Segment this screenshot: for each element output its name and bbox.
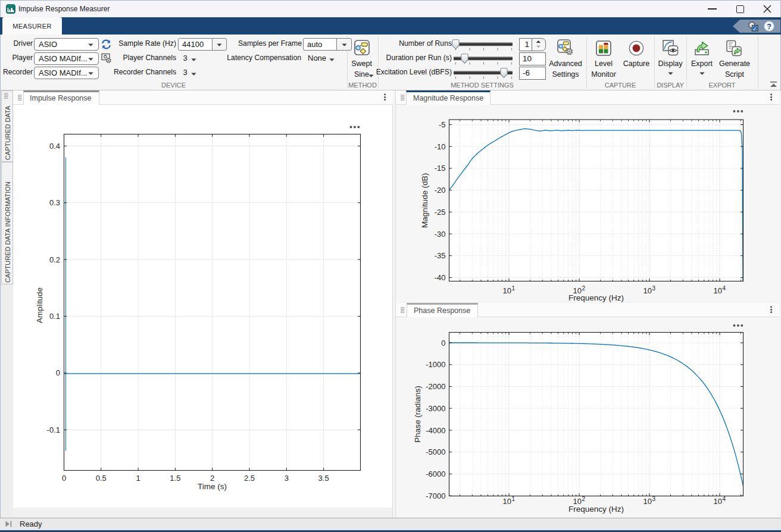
svg-text:1.5: 1.5 [170,474,180,483]
svg-text:10: 10 [643,497,652,506]
svg-text:Frequency (Hz): Frequency (Hz) [568,293,624,302]
svg-text:-10: -10 [435,142,446,151]
svg-text:3: 3 [652,285,656,292]
svg-text:-25: -25 [435,208,446,217]
svg-text:-0.1: -0.1 [47,425,60,434]
svg-text:-35: -35 [435,251,446,260]
svg-text:-5000: -5000 [426,447,445,456]
svg-text:-5: -5 [439,120,446,129]
svg-text:-3000: -3000 [426,404,445,413]
svg-text:1: 1 [512,496,516,502]
svg-text:Magnitude (dB): Magnitude (dB) [420,173,429,228]
svg-text:3: 3 [285,474,289,483]
svg-text:Amplitude: Amplitude [35,287,44,323]
svg-text:3.5: 3.5 [318,474,329,483]
svg-text:10: 10 [503,497,511,506]
svg-text:Time (s): Time (s) [198,482,227,491]
svg-text:0.2: 0.2 [49,255,60,264]
svg-text:-15: -15 [435,164,446,173]
svg-text:2: 2 [582,285,586,292]
svg-text:-4000: -4000 [426,426,445,435]
svg-text:0.3: 0.3 [49,198,60,207]
svg-text:Frequency (Hz): Frequency (Hz) [568,505,624,514]
svg-text:10: 10 [714,497,722,506]
svg-text:0.4: 0.4 [49,142,60,151]
svg-text:-20: -20 [435,186,446,195]
svg-text:?: ? [767,23,771,31]
svg-text:4: 4 [723,496,726,502]
svg-text:-6000: -6000 [426,470,445,478]
svg-text:10: 10 [643,286,652,295]
svg-text:1: 1 [512,285,516,292]
svg-text:-30: -30 [435,230,446,239]
svg-text:4: 4 [723,285,726,292]
svg-text:-40: -40 [435,273,446,282]
svg-text:0: 0 [62,474,66,483]
svg-text:-1000: -1000 [426,360,445,369]
svg-text:10: 10 [503,286,511,295]
svg-text:3: 3 [652,496,656,502]
svg-text:0.5: 0.5 [96,474,107,483]
svg-text:0: 0 [56,368,60,377]
svg-text:2: 2 [210,474,214,483]
svg-text:0.1: 0.1 [49,312,60,321]
svg-text:1: 1 [136,474,140,483]
svg-text:2.5: 2.5 [244,474,255,483]
svg-text:Phase (radians): Phase (radians) [413,386,422,442]
svg-text:2: 2 [582,496,586,502]
svg-text:10: 10 [714,286,722,295]
svg-text:-2000: -2000 [426,382,445,391]
svg-text:-7000: -7000 [426,492,445,500]
svg-text:0: 0 [441,339,445,348]
